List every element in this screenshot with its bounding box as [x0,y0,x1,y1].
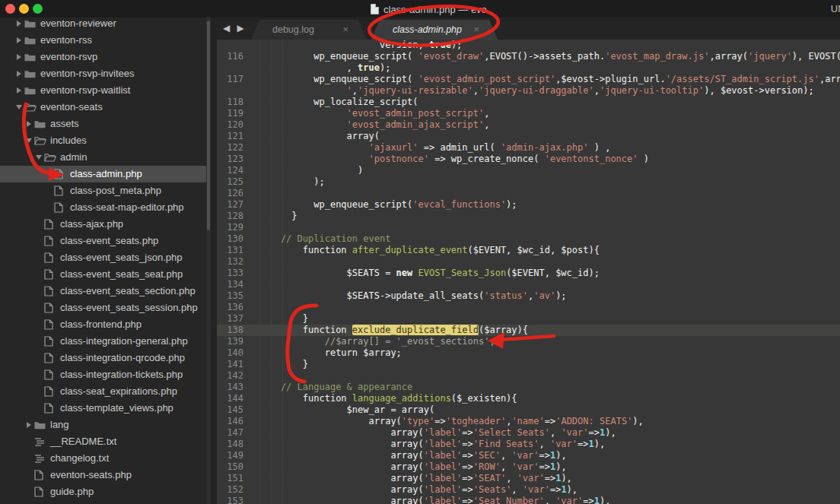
sidebar-item-class-admin-php[interactable]: class-admin.php [0,166,206,182]
disclosure-collapsed-icon[interactable] [24,422,34,428]
code-line-131: 131function after_duplicate_event($EVENT… [217,245,840,256]
code-line-124: 124) [217,165,840,176]
file-icon [44,369,60,380]
sidebar-item-class-frontend-php[interactable]: class-frontend.php [0,316,206,333]
sidebar-item-item[interactable] [0,500,206,504]
tab-class-admin-php[interactable]: class-admin.php× [371,20,498,40]
titlebar: class-admin.php — evo UNR [0,0,840,17]
file-icon [44,303,60,313]
line-number: 151 [217,473,243,484]
sidebar-item-label: class-event_seats_session.php [60,300,198,316]
tab-close-icon[interactable]: × [342,20,348,40]
tab-debug-log[interactable]: debug.log× [251,20,367,40]
sidebar-item-changelog-txt[interactable]: changelog.txt [0,450,206,467]
file-icon [44,403,53,414]
sidebar-file-tree: eventon-reviewereventon-rsseventon-rsvpe… [0,17,206,504]
line-number: 138 [217,325,243,336]
disclosure-collapsed-icon[interactable] [24,121,34,127]
file-icon [44,403,60,414]
file-icon [34,487,43,497]
code-area[interactable]: version, true);116wp_enqueue_script( 'ev… [217,40,840,504]
line-number: 127 [217,199,243,211]
code-line-148: 148array('label'=>'Find Seats', 'var'=>1… [217,439,840,450]
nav-back-icon[interactable]: ◀ [223,23,232,33]
sidebar-item-class-event-seats-session-php[interactable]: class-event_seats_session.php [0,300,206,316]
disclosure-collapsed-icon[interactable] [14,54,24,60]
nav-history-arrows[interactable]: ◀ ▶ [223,23,247,33]
file-icon [44,353,60,363]
file-icon [44,236,60,246]
file-icon [54,202,63,213]
sidebar-item-class-integration-tickets-php[interactable]: class-integration-tickets.php [0,366,206,383]
file-icon [44,336,60,347]
code-line-133: 133$SEATS = new EVOST_Seats_Json($EVENT,… [217,268,840,279]
sidebar-item-class-integration-general-php[interactable]: class-integration-general.php [0,333,206,350]
sidebar-scrollbar-thumb[interactable] [207,21,210,230]
folder-open-icon [34,136,46,145]
sidebar-item-eventon-rsvp-waitlist[interactable]: eventon-rsvp-waitlist [0,82,206,99]
sidebar-item-label: class-frontend.php [60,316,142,333]
line-number: 153 [217,496,243,504]
traffic-light-zoom-button[interactable] [33,4,43,14]
line-number: 149 [217,450,243,461]
line-number: 143 [217,382,243,393]
sidebar-item-eventon-reviewer[interactable]: eventon-reviewer [0,17,206,32]
code-line-141: 141} [217,359,840,370]
sidebar-item-label: eventon-reviewer [40,17,116,32]
search-highlight: exclude_duplicate_field [352,325,479,335]
folder-open-icon [34,136,50,145]
sidebar-item-class-seat-expirations-php[interactable]: class-seat_expirations.php [0,383,206,400]
line-number: 139 [217,336,243,347]
sidebar-item-class-event-seats-php[interactable]: class-event_seats.php [0,233,206,249]
sidebar-item-eventon-seats-php[interactable]: eventon-seats.php [0,467,206,483]
sidebar-item-eventon-rsvp-invitees[interactable]: eventon-rsvp-invitees [0,65,206,82]
tab-label: class-admin.php [393,20,462,40]
code-line-wrap: version, true); [217,40,840,51]
sidebar-item-class-post-meta-php[interactable]: class-post_meta.php [0,182,206,199]
disclosure-expanded-icon[interactable] [33,155,44,160]
disclosure-expanded-icon[interactable] [14,105,24,109]
sidebar-item-label: changelog.txt [50,450,109,467]
tab-close-icon[interactable]: × [473,20,479,40]
sidebar-item-eventon-seats[interactable]: eventon-seats [0,99,206,116]
sidebar-item-eventon-rss[interactable]: eventon-rss [0,32,206,49]
sidebar-item-admin[interactable]: admin [0,149,206,166]
line-number: 128 [217,211,243,222]
disclosure-expanded-icon[interactable] [24,138,34,143]
sidebar-item-eventon-rsvp[interactable]: eventon-rsvp [0,49,206,65]
sidebar-item-guide-php[interactable]: guide.php [0,483,206,500]
line-number: 129 [217,222,243,233]
folder-icon [34,420,46,430]
file-icon [44,286,60,296]
sidebar-item-class-event-seats-seat-php[interactable]: class-event_seats_seat.php [0,266,206,283]
disclosure-collapsed-icon[interactable] [14,21,24,27]
sidebar-item-includes[interactable]: includes [0,132,206,149]
sidebar-item-assets[interactable]: assets [0,116,206,132]
code-line-132: 132 [217,256,840,268]
code-line-119: 119'evost_admin_post_script', [217,108,840,119]
sidebar-item-class-integration-qrcode-php[interactable]: class-integration-qrcode.php [0,350,206,366]
sidebar-item-label: class-admin.php [70,166,142,182]
sidebar-item-class-ajax-php[interactable]: class-ajax.php [0,216,206,233]
disclosure-collapsed-icon[interactable] [14,37,24,43]
sidebar-item-readme-txt[interactable]: __README.txt [0,433,206,450]
sidebar-item-label: class-event_seats.php [60,233,158,249]
folder-icon [24,36,36,45]
sidebar-item-label: class-integration-qrcode.php [60,350,185,366]
sidebar-item-lang[interactable]: lang [0,417,206,433]
folder-icon [24,52,40,62]
sidebar-item-class-event-seats-json-php[interactable]: class-event_seats_json.php [0,249,206,266]
code-line-140: 140return $array; [217,347,840,359]
code-line-126: 126 [217,188,840,199]
traffic-light-minimize-button[interactable] [19,4,29,14]
line-number: 137 [217,313,243,325]
line-number: 136 [217,302,243,313]
code-line-134: 134 [217,279,840,290]
nav-forward-icon[interactable]: ▶ [237,23,247,33]
sidebar-item-class-template-views-php[interactable]: class-template_views.php [0,400,206,417]
traffic-light-close-button[interactable] [5,4,15,14]
sidebar-item-class-event-seats-section-php[interactable]: class-event_seats_section.php [0,283,206,300]
sidebar-item-class-seat-map-editor-php[interactable]: class-seat-map-editor.php [0,199,206,216]
disclosure-collapsed-icon[interactable] [14,71,24,77]
disclosure-collapsed-icon[interactable] [14,87,24,94]
